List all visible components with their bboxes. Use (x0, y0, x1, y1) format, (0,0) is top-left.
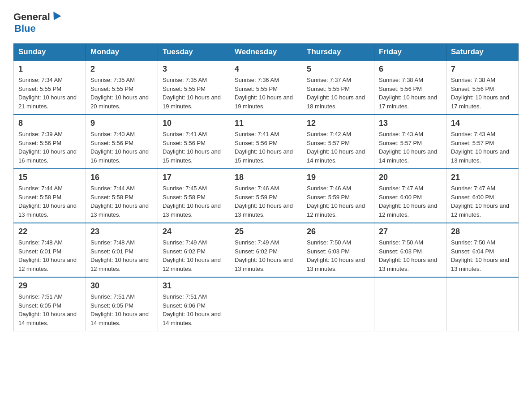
day-cell: 11 Sunrise: 7:41 AM Sunset: 5:56 PM Dayl… (230, 115, 302, 169)
day-number: 23 (90, 227, 153, 236)
day-number: 27 (379, 227, 442, 236)
day-info: Sunrise: 7:41 AM Sunset: 5:56 PM Dayligh… (235, 130, 297, 165)
day-cell: 12 Sunrise: 7:42 AM Sunset: 5:57 PM Dayl… (302, 115, 374, 169)
day-info: Sunrise: 7:35 AM Sunset: 5:55 PM Dayligh… (163, 76, 225, 111)
day-number: 29 (18, 281, 81, 291)
week-row-2: 8 Sunrise: 7:39 AM Sunset: 5:56 PM Dayli… (14, 115, 519, 169)
day-cell (374, 277, 446, 331)
day-info: Sunrise: 7:46 AM Sunset: 5:59 PM Dayligh… (235, 184, 297, 219)
day-cell: 19 Sunrise: 7:46 AM Sunset: 5:59 PM Dayl… (302, 169, 374, 223)
day-cell: 17 Sunrise: 7:45 AM Sunset: 5:58 PM Dayl… (158, 169, 230, 223)
day-info: Sunrise: 7:42 AM Sunset: 5:57 PM Dayligh… (307, 130, 369, 165)
day-number: 16 (90, 173, 153, 182)
day-number: 24 (163, 227, 225, 236)
day-number: 4 (235, 64, 297, 74)
day-cell: 6 Sunrise: 7:38 AM Sunset: 5:56 PM Dayli… (374, 60, 446, 115)
day-cell: 30 Sunrise: 7:51 AM Sunset: 6:05 PM Dayl… (86, 277, 158, 331)
week-row-5: 29 Sunrise: 7:51 AM Sunset: 6:05 PM Dayl… (14, 277, 519, 331)
day-cell: 28 Sunrise: 7:50 AM Sunset: 6:04 PM Dayl… (446, 223, 519, 277)
day-cell (230, 277, 302, 331)
day-info: Sunrise: 7:35 AM Sunset: 5:55 PM Dayligh… (90, 76, 153, 111)
day-cell: 15 Sunrise: 7:44 AM Sunset: 5:58 PM Dayl… (14, 169, 86, 223)
calendar-header-row: SundayMondayTuesdayWednesdayThursdayFrid… (14, 44, 519, 61)
day-number: 25 (235, 227, 297, 236)
day-number: 26 (307, 227, 369, 236)
day-cell: 24 Sunrise: 7:49 AM Sunset: 6:02 PM Dayl… (158, 223, 230, 277)
header-friday: Friday (374, 44, 446, 61)
day-info: Sunrise: 7:34 AM Sunset: 5:55 PM Dayligh… (18, 76, 81, 111)
day-info: Sunrise: 7:51 AM Sunset: 6:06 PM Dayligh… (163, 292, 225, 327)
day-cell: 2 Sunrise: 7:35 AM Sunset: 5:55 PM Dayli… (86, 60, 158, 115)
page-header: General Blue (13, 9, 519, 34)
day-cell: 4 Sunrise: 7:36 AM Sunset: 5:55 PM Dayli… (230, 60, 302, 115)
day-info: Sunrise: 7:40 AM Sunset: 5:56 PM Dayligh… (90, 130, 153, 165)
day-info: Sunrise: 7:44 AM Sunset: 5:58 PM Dayligh… (90, 184, 153, 219)
day-cell: 3 Sunrise: 7:35 AM Sunset: 5:55 PM Dayli… (158, 60, 230, 115)
week-row-4: 22 Sunrise: 7:48 AM Sunset: 6:01 PM Dayl… (14, 223, 519, 277)
logo-text: General (13, 11, 61, 23)
day-info: Sunrise: 7:50 AM Sunset: 6:03 PM Dayligh… (379, 238, 442, 273)
logo-triangle-icon (50, 12, 61, 22)
day-cell: 14 Sunrise: 7:43 AM Sunset: 5:57 PM Dayl… (446, 115, 519, 169)
day-info: Sunrise: 7:47 AM Sunset: 6:00 PM Dayligh… (451, 184, 514, 219)
day-info: Sunrise: 7:37 AM Sunset: 5:55 PM Dayligh… (307, 76, 369, 111)
day-cell: 23 Sunrise: 7:48 AM Sunset: 6:01 PM Dayl… (86, 223, 158, 277)
day-number: 13 (379, 119, 442, 128)
day-number: 12 (307, 119, 369, 128)
day-cell: 9 Sunrise: 7:40 AM Sunset: 5:56 PM Dayli… (86, 115, 158, 169)
day-info: Sunrise: 7:49 AM Sunset: 6:02 PM Dayligh… (163, 238, 225, 273)
day-cell: 13 Sunrise: 7:43 AM Sunset: 5:57 PM Dayl… (374, 115, 446, 169)
day-info: Sunrise: 7:51 AM Sunset: 6:05 PM Dayligh… (18, 292, 81, 327)
day-number: 6 (379, 64, 442, 74)
logo-blue: Blue (14, 23, 36, 34)
day-number: 1 (18, 64, 81, 74)
day-info: Sunrise: 7:43 AM Sunset: 5:57 PM Dayligh… (451, 130, 514, 165)
day-info: Sunrise: 7:45 AM Sunset: 5:58 PM Dayligh… (163, 184, 225, 219)
day-number: 7 (451, 64, 514, 74)
day-number: 9 (90, 119, 153, 128)
logo-general: General (13, 11, 50, 23)
day-number: 20 (379, 173, 442, 182)
week-row-3: 15 Sunrise: 7:44 AM Sunset: 5:58 PM Dayl… (14, 169, 519, 223)
day-number: 3 (163, 64, 225, 74)
day-info: Sunrise: 7:43 AM Sunset: 5:57 PM Dayligh… (379, 130, 442, 165)
day-number: 5 (307, 64, 369, 74)
day-cell: 25 Sunrise: 7:49 AM Sunset: 6:02 PM Dayl… (230, 223, 302, 277)
day-cell (446, 277, 519, 331)
calendar-table: SundayMondayTuesdayWednesdayThursdayFrid… (13, 43, 519, 331)
day-number: 15 (18, 173, 81, 182)
day-info: Sunrise: 7:38 AM Sunset: 5:56 PM Dayligh… (451, 76, 514, 111)
header-saturday: Saturday (446, 44, 519, 61)
day-cell: 27 Sunrise: 7:50 AM Sunset: 6:03 PM Dayl… (374, 223, 446, 277)
day-info: Sunrise: 7:51 AM Sunset: 6:05 PM Dayligh… (90, 292, 153, 327)
day-cell: 10 Sunrise: 7:41 AM Sunset: 5:56 PM Dayl… (158, 115, 230, 169)
day-info: Sunrise: 7:39 AM Sunset: 5:56 PM Dayligh… (18, 130, 81, 165)
day-cell: 16 Sunrise: 7:44 AM Sunset: 5:58 PM Dayl… (86, 169, 158, 223)
day-number: 18 (235, 173, 297, 182)
day-cell (302, 277, 374, 331)
day-number: 10 (163, 119, 225, 128)
day-number: 19 (307, 173, 369, 182)
day-number: 14 (451, 119, 514, 128)
header-tuesday: Tuesday (158, 44, 230, 61)
day-number: 22 (18, 227, 81, 236)
day-cell: 26 Sunrise: 7:50 AM Sunset: 6:03 PM Dayl… (302, 223, 374, 277)
day-info: Sunrise: 7:47 AM Sunset: 6:00 PM Dayligh… (379, 184, 442, 219)
header-monday: Monday (86, 44, 158, 61)
day-info: Sunrise: 7:50 AM Sunset: 6:03 PM Dayligh… (307, 238, 369, 273)
day-cell: 1 Sunrise: 7:34 AM Sunset: 5:55 PM Dayli… (14, 60, 86, 115)
day-cell: 29 Sunrise: 7:51 AM Sunset: 6:05 PM Dayl… (14, 277, 86, 331)
day-number: 30 (90, 281, 153, 291)
day-info: Sunrise: 7:49 AM Sunset: 6:02 PM Dayligh… (235, 238, 297, 273)
day-cell: 20 Sunrise: 7:47 AM Sunset: 6:00 PM Dayl… (374, 169, 446, 223)
day-number: 31 (163, 281, 225, 291)
day-number: 2 (90, 64, 153, 74)
day-cell: 7 Sunrise: 7:38 AM Sunset: 5:56 PM Dayli… (446, 60, 519, 115)
logo: General Blue (13, 9, 61, 34)
day-cell: 21 Sunrise: 7:47 AM Sunset: 6:00 PM Dayl… (446, 169, 519, 223)
day-info: Sunrise: 7:41 AM Sunset: 5:56 PM Dayligh… (163, 130, 225, 165)
day-cell: 31 Sunrise: 7:51 AM Sunset: 6:06 PM Dayl… (158, 277, 230, 331)
week-row-1: 1 Sunrise: 7:34 AM Sunset: 5:55 PM Dayli… (14, 60, 519, 115)
day-info: Sunrise: 7:46 AM Sunset: 5:59 PM Dayligh… (307, 184, 369, 219)
day-cell: 8 Sunrise: 7:39 AM Sunset: 5:56 PM Dayli… (14, 115, 86, 169)
